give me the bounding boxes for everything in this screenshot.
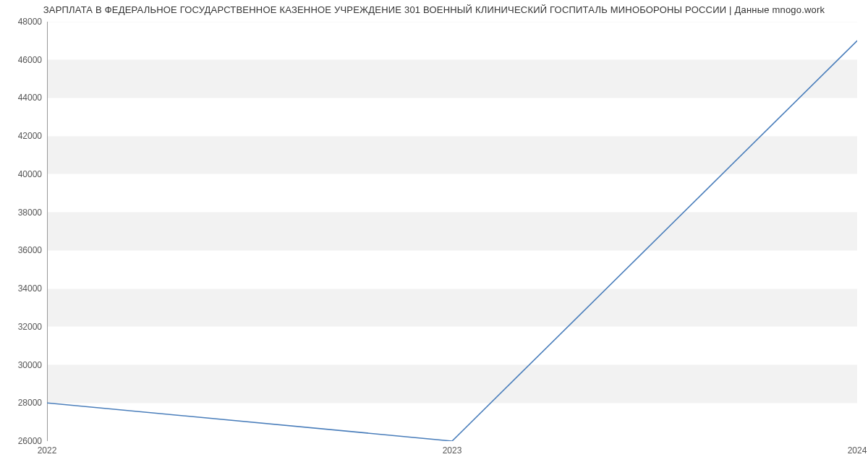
y-axis-tick-label: 28000	[6, 398, 42, 408]
x-axis-tick-label: 2023	[443, 445, 462, 456]
y-axis-tick-label: 30000	[6, 360, 42, 370]
y-axis-tick-label: 44000	[6, 93, 42, 103]
y-axis-tick-label: 26000	[6, 436, 42, 446]
grid-band	[47, 136, 857, 174]
y-axis-tick-label: 34000	[6, 283, 42, 294]
grid-band	[47, 60, 857, 98]
y-axis-tick-label: 36000	[6, 245, 42, 255]
y-axis-tick-label: 42000	[6, 131, 42, 141]
y-axis-tick-label: 40000	[6, 169, 42, 179]
plot-area	[47, 22, 857, 441]
grid-band	[47, 213, 857, 251]
chart-svg	[47, 22, 857, 441]
x-axis-tick-label: 2022	[38, 445, 57, 456]
y-axis-tick-label: 38000	[6, 208, 42, 218]
grid-bands	[47, 60, 857, 403]
grid-band	[47, 289, 857, 327]
y-axis-tick-label: 32000	[6, 322, 42, 332]
chart-container: ЗАРПЛАТА В ФЕДЕРАЛЬНОЕ ГОСУДАРСТВЕННОЕ К…	[0, 0, 868, 470]
x-axis-tick-label: 2024	[848, 445, 867, 456]
y-axis-tick-label: 46000	[6, 55, 42, 65]
grid-band	[47, 365, 857, 403]
y-axis-tick-label: 48000	[6, 17, 42, 27]
chart-title: ЗАРПЛАТА В ФЕДЕРАЛЬНОЕ ГОСУДАРСТВЕННОЕ К…	[0, 4, 868, 15]
